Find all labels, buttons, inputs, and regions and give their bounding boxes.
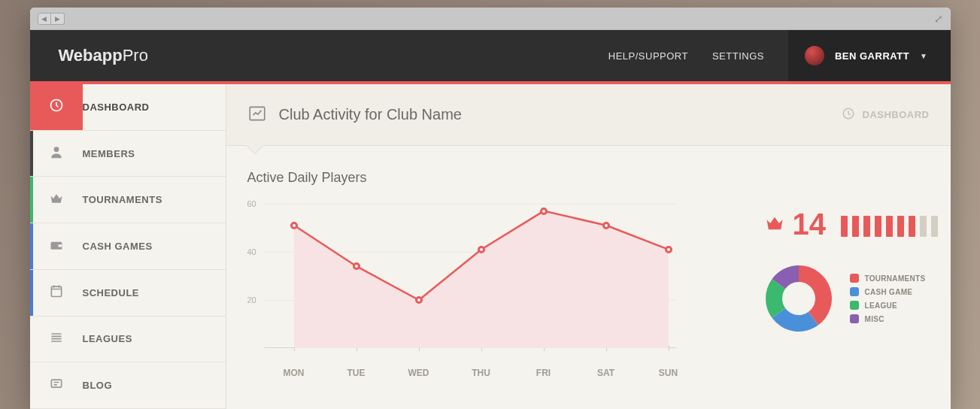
nav-forward-button[interactable]: ▶ xyxy=(51,13,65,25)
sidebar-item-dashboard[interactable]: DASHBOARD xyxy=(30,84,226,131)
data-point xyxy=(478,246,485,253)
x-axis-tick: MON xyxy=(284,368,305,378)
donut-chart xyxy=(764,264,833,333)
data-point xyxy=(353,262,360,270)
data-point xyxy=(602,222,610,229)
legend-item: LEAGUE xyxy=(850,301,926,310)
svg-point-1 xyxy=(53,147,59,152)
chart-legend: TOURNAMENTS CASH GAME LEAGUE MISC xyxy=(850,274,926,323)
sidebar-item-label: BLOG xyxy=(83,380,113,391)
x-axis-tick: SAT xyxy=(597,368,614,378)
nav-back-button[interactable]: ◀ xyxy=(38,13,51,25)
chart-icon xyxy=(247,104,267,126)
chart-title: Active Daily Players xyxy=(247,170,749,186)
legend-item: CASH GAME xyxy=(850,287,926,296)
x-axis-tick: THU xyxy=(472,368,490,378)
sidebar-item-label: MEMBERS xyxy=(83,148,135,159)
nav-arrows: ◀ ▶ xyxy=(38,13,65,25)
sidebar-item-cashgames[interactable]: CASH GAMES xyxy=(30,223,226,270)
sidebar-item-label: DASHBOARD xyxy=(83,101,150,113)
chat-icon xyxy=(49,377,64,395)
user-name: BEN GARRATT xyxy=(835,50,909,62)
calendar-icon xyxy=(49,283,64,301)
sidebar-item-schedule[interactable]: SCHEDULE xyxy=(30,270,226,317)
logo-bold: Webapp xyxy=(59,46,123,65)
donut-row: TOURNAMENTS CASH GAME LEAGUE MISC xyxy=(764,264,930,333)
data-point xyxy=(415,296,423,304)
line-chart: 204060MONTUEWEDTHUFRISATSUN xyxy=(247,204,676,362)
sparkline-bars xyxy=(841,213,938,237)
big-stat-value: 14 xyxy=(793,208,827,241)
window-titlebar: ◀ ▶ ⤢ xyxy=(30,8,951,30)
logo-light: Pro xyxy=(123,46,148,65)
page-header: Club Activity for Club Name DASHBOARD xyxy=(226,84,951,146)
sidebar: DASHBOARD MEMBERS TOURNAMENTS xyxy=(30,84,226,409)
y-axis-tick: 60 xyxy=(247,199,256,208)
svg-rect-3 xyxy=(58,244,62,247)
y-axis-tick: 40 xyxy=(247,247,256,256)
expand-icon[interactable]: ⤢ xyxy=(934,13,943,25)
app-logo: WebappPro xyxy=(59,46,148,65)
svg-rect-4 xyxy=(51,286,61,296)
list-icon xyxy=(49,330,64,348)
crown-icon xyxy=(49,191,64,209)
sidebar-item-label: CASH GAMES xyxy=(83,241,153,252)
data-point xyxy=(665,246,672,253)
breadcrumb-label: DASHBOARD xyxy=(863,109,930,120)
sidebar-item-label: TOURNAMENTS xyxy=(83,194,162,205)
chart-panel: Active Daily Players 204060MONTUEWEDTHUF… xyxy=(247,170,749,409)
big-stat: 14 xyxy=(764,208,930,241)
page-title: Club Activity for Club Name xyxy=(279,106,462,123)
app-body: DASHBOARD MEMBERS TOURNAMENTS xyxy=(30,84,951,409)
sidebar-item-label: SCHEDULE xyxy=(83,287,140,298)
crown-icon xyxy=(764,213,785,237)
app-header: WebappPro HELP/SUPPORT SETTINGS BEN GARR… xyxy=(30,30,951,81)
breadcrumb[interactable]: DASHBOARD xyxy=(842,107,930,123)
sidebar-item-leagues[interactable]: LEAGUES xyxy=(30,317,226,363)
sidebar-item-label: LEAGUES xyxy=(83,333,132,344)
sidebar-item-blog[interactable]: BLOG xyxy=(30,362,226,409)
dashboard-icon xyxy=(49,98,64,116)
svg-rect-5 xyxy=(51,380,61,387)
chevron-down-icon: ▼ xyxy=(920,52,927,60)
x-axis-tick: SUN xyxy=(659,368,678,378)
content-area: Active Daily Players 204060MONTUEWEDTHUF… xyxy=(226,146,951,409)
sidebar-item-members[interactable]: MEMBERS xyxy=(30,131,226,177)
data-point xyxy=(290,222,298,229)
legend-item: MISC xyxy=(850,314,926,323)
sidebar-item-tournaments[interactable]: TOURNAMENTS xyxy=(30,177,226,223)
user-menu[interactable]: BEN GARRATT ▼ xyxy=(788,30,951,81)
x-axis-tick: FRI xyxy=(536,368,551,378)
y-axis-tick: 20 xyxy=(247,295,256,304)
app-window: ◀ ▶ ⤢ WebappPro HELP/SUPPORT SETTINGS BE… xyxy=(30,8,951,409)
help-link[interactable]: HELP/SUPPORT xyxy=(608,50,688,62)
legend-item: TOURNAMENTS xyxy=(850,274,926,283)
dashboard-breadcrumb-icon xyxy=(842,107,855,123)
avatar xyxy=(805,46,824,65)
x-axis-tick: WED xyxy=(408,368,429,378)
user-icon xyxy=(49,144,64,162)
x-axis-tick: TUE xyxy=(347,368,366,378)
data-point xyxy=(540,208,548,215)
settings-link[interactable]: SETTINGS xyxy=(712,50,764,62)
wallet-icon xyxy=(49,238,64,256)
main-content: Club Activity for Club Name DASHBOARD Ac… xyxy=(226,84,951,409)
stats-column: 14 TOURNAMENTS CASH GAME LEAGUE MISC xyxy=(749,170,930,409)
